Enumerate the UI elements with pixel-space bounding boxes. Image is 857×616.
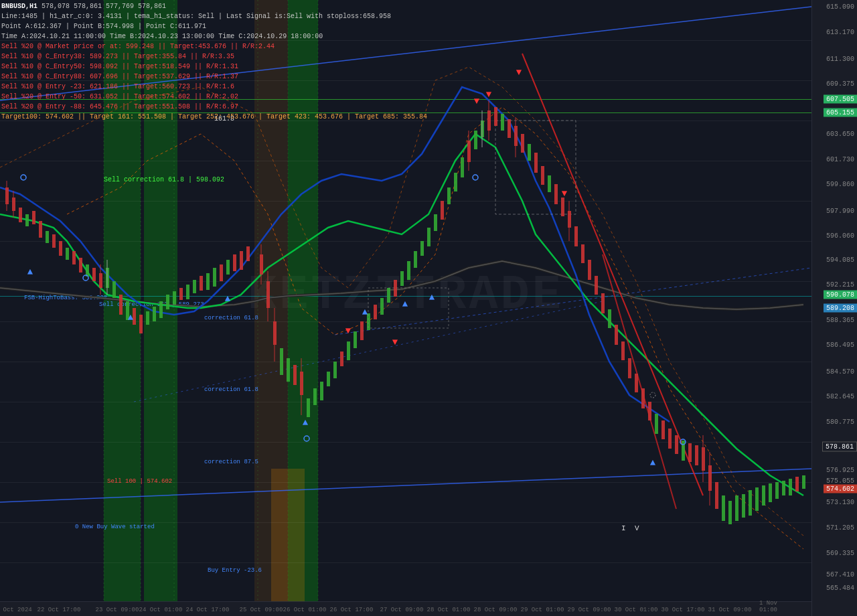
price-575: 575.055: [826, 477, 854, 485]
time-label-12: 29 Oct 09:00: [568, 607, 611, 613]
chart-area: KETZITRADE: [0, 0, 811, 601]
svg-rect-145: [795, 477, 799, 491]
svg-point-162: [83, 275, 88, 281]
price-576: 576.925: [826, 467, 854, 474]
grid-line-14: [0, 562, 811, 563]
svg-text:▲: ▲: [402, 299, 408, 309]
svg-rect-71: [347, 341, 350, 360]
ref-line-590: [0, 296, 811, 297]
svg-rect-49: [220, 264, 223, 281]
svg-rect-141: [769, 483, 772, 502]
svg-rect-113: [595, 276, 598, 295]
svg-rect-52: [240, 251, 243, 270]
grid-line-2: [0, 80, 811, 81]
grid-line-6: [0, 241, 811, 242]
svg-rect-112: [588, 260, 591, 280]
orange-zone-2: [271, 469, 305, 601]
svg-rect-92: [481, 121, 484, 137]
grid-line-8: [0, 321, 811, 322]
ref-line-607: [0, 99, 811, 100]
price-599: 599.860: [826, 181, 854, 188]
price-571: 571.205: [826, 524, 854, 532]
svg-rect-17: [19, 208, 22, 222]
svg-rect-81: [414, 251, 417, 268]
time-label-0: 20 Oct 2024: [0, 607, 32, 613]
time-label-9: 28 Oct 01:00: [427, 607, 471, 613]
svg-point-164: [473, 175, 478, 180]
label-roman-i: I: [621, 524, 626, 532]
time-axis: 20 Oct 2024 22 Oct 17:00 23 Oct 09:00 24…: [0, 601, 811, 616]
svg-rect-70: [340, 352, 343, 366]
time-label-6: 26 Oct 01:00: [283, 607, 327, 613]
label-correction-618-3: correction 61.8: [204, 386, 258, 393]
svg-rect-167: [368, 288, 449, 328]
svg-rect-103: [534, 153, 538, 173]
price-586: 586.495: [826, 341, 854, 349]
price-580: 580.775: [826, 418, 854, 426]
svg-rect-129: [702, 447, 705, 471]
price-601: 601.730: [826, 156, 854, 163]
label-correction-875: correction 87.5: [204, 459, 258, 465]
svg-text:▼: ▼: [486, 89, 492, 100]
svg-rect-44: [186, 285, 189, 299]
svg-text:▲: ▲: [362, 307, 368, 317]
grid-line-9: [0, 362, 811, 362]
svg-text:▲: ▲: [225, 293, 231, 304]
svg-rect-139: [755, 487, 759, 511]
ref-line-605: [0, 112, 811, 113]
svg-rect-108: [568, 211, 571, 228]
svg-rect-29: [99, 273, 102, 288]
svg-rect-85: [441, 201, 444, 220]
price-603: 603.650: [826, 131, 854, 138]
time-label-14: 30 Oct 17:00: [661, 607, 705, 613]
svg-rect-69: [333, 362, 337, 378]
svg-rect-137: [742, 494, 745, 518]
price-589-highlight: 589.208: [824, 304, 857, 313]
grid-line-7: [0, 281, 811, 282]
price-590-highlight: 590.078: [824, 291, 857, 299]
svg-rect-51: [233, 254, 236, 271]
svg-rect-98: [508, 119, 511, 138]
svg-rect-43: [179, 288, 183, 300]
svg-rect-27: [86, 264, 89, 277]
svg-rect-84: [434, 214, 437, 231]
green-zone-1: [104, 0, 141, 601]
svg-rect-140: [762, 485, 765, 506]
svg-rect-128: [695, 445, 698, 465]
price-605-highlight: 605.155: [824, 108, 857, 117]
svg-rect-117: [621, 341, 625, 360]
svg-rect-48: [213, 268, 216, 287]
price-578-highlight: 578.861: [822, 442, 857, 452]
time-label-13: 30 Oct 01:00: [615, 607, 658, 613]
time-label-11: 29 Oct 01:00: [521, 607, 564, 613]
svg-rect-102: [528, 144, 531, 161]
svg-rect-46: [200, 276, 203, 291]
time-label-8: 27 Oct 09:00: [380, 607, 424, 613]
svg-rect-123: [661, 420, 665, 439]
svg-line-4: [522, 54, 703, 495]
svg-rect-23: [59, 241, 62, 256]
svg-rect-121: [648, 402, 651, 420]
svg-rect-80: [407, 261, 410, 280]
svg-rect-18: [25, 214, 29, 226]
svg-rect-82: [420, 241, 424, 256]
svg-rect-131: [708, 465, 712, 491]
svg-point-161: [21, 175, 26, 180]
svg-rect-99: [514, 126, 518, 146]
svg-rect-50: [226, 260, 230, 275]
svg-text:▲: ▲: [429, 292, 435, 303]
svg-text:▲: ▲: [650, 457, 656, 468]
svg-text:▼: ▼: [516, 67, 522, 78]
svg-line-5: [603, 254, 676, 509]
price-axis: 615.090 613.170 611.300 609.375 607.505 …: [811, 0, 857, 616]
grid-line-13: [0, 522, 811, 523]
svg-line-3: [134, 301, 603, 402]
time-label-10: 28 Oct 09:00: [474, 607, 518, 613]
time-label-2: 23 Oct 09:00: [96, 607, 139, 613]
svg-rect-78: [394, 280, 397, 297]
svg-rect-136: [735, 495, 738, 521]
svg-rect-15: [12, 198, 15, 211]
svg-rect-144: [789, 479, 792, 495]
svg-rect-20: [39, 221, 42, 238]
price-573: 573.130: [826, 499, 854, 506]
